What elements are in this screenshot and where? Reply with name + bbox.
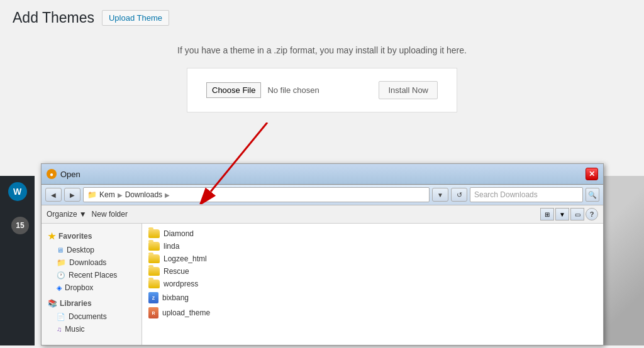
file-name-linda: linda	[164, 242, 179, 251]
no-file-text: No file chosen	[267, 85, 372, 95]
back-button[interactable]: ◀	[45, 188, 62, 202]
file-row-wordpress[interactable]: wordpress	[146, 278, 599, 290]
folder-icon-linda	[148, 242, 160, 251]
page-title: Add Themes	[13, 9, 94, 26]
file-dialog: ● Open ✕ ◀ ▶ 📁 Kem ▶ Downloads ▶ ▼ ↺ Sea…	[41, 163, 604, 345]
sidebar-desktop-label: Desktop	[67, 246, 94, 254]
view-list-button[interactable]: ▼	[555, 208, 569, 220]
page-header: Add Themes Upload Theme	[13, 9, 631, 26]
file-row-logzee[interactable]: Logzee_html	[146, 253, 599, 265]
file-name-diamond: Diamond	[164, 229, 194, 238]
file-row-linda[interactable]: linda	[146, 240, 599, 253]
new-folder-button[interactable]: New folder	[92, 210, 128, 219]
help-button[interactable]: ?	[586, 208, 598, 220]
sidebar-music-label: Music	[65, 325, 84, 334]
file-name-upload-theme: upload_theme	[162, 308, 210, 317]
dialog-toolbar: ◀ ▶ 📁 Kem ▶ Downloads ▶ ▼ ↺ Search Downl…	[42, 185, 603, 205]
favorites-label: Favorites	[58, 232, 92, 241]
music-icon: ♫	[57, 325, 62, 333]
notification-badge: 15	[11, 217, 29, 234]
documents-icon: 📄	[57, 313, 65, 321]
recent-icon: 🕐	[57, 271, 65, 280]
install-now-button[interactable]: Install Now	[379, 81, 438, 99]
file-name-wordpress: wordpress	[164, 280, 198, 288]
forward-button[interactable]: ▶	[64, 188, 80, 202]
dialog-app-icon: ●	[47, 169, 57, 179]
img-icon-upload-theme: R	[148, 307, 158, 318]
upload-description: If you have a theme in a .zip format, yo…	[13, 45, 631, 55]
choose-file-button[interactable]: Choose File	[206, 82, 261, 98]
dialog-titlebar: ● Open ✕	[42, 164, 603, 185]
dialog-content: ★ Favorites 🖥 Desktop 📁 Downloads 🕐 Rece…	[42, 224, 603, 345]
file-name-rescue: Rescue	[164, 267, 189, 276]
sidebar-item-recent[interactable]: 🕐 Recent Places	[44, 269, 139, 281]
favorites-header: ★ Favorites	[44, 229, 139, 244]
sidebar-recent-label: Recent Places	[69, 271, 117, 280]
upload-theme-button[interactable]: Upload Theme	[102, 10, 169, 26]
libraries-section: 📚 Libraries 📄 Documents ♫ Music	[44, 296, 139, 335]
browser-preview-inner	[601, 176, 644, 345]
file-row-diamond[interactable]: Diamond	[146, 227, 599, 240]
dialog-sidebar: ★ Favorites 🖥 Desktop 📁 Downloads 🕐 Rece…	[42, 224, 142, 345]
sidebar-item-desktop[interactable]: 🖥 Desktop	[44, 244, 139, 256]
breadcrumb-folder-icon: 📁	[87, 190, 97, 199]
file-row-bixbang[interactable]: Z bixbang	[146, 290, 599, 305]
wp-logo: W	[8, 182, 27, 201]
file-name-bixbang: bixbang	[162, 293, 189, 302]
file-name-logzee: Logzee_html	[164, 254, 207, 263]
dropbox-icon: ◈	[57, 284, 62, 292]
search-bar: Search Downloads	[470, 187, 583, 202]
star-icon: ★	[48, 231, 56, 241]
view-grid-button[interactable]: ⊞	[540, 208, 554, 220]
sidebar-downloads-label: Downloads	[69, 258, 106, 267]
breadcrumb-folder: Downloads	[125, 190, 162, 199]
wp-page: Add Themes Upload Theme If you have a th…	[0, 0, 644, 122]
sidebar-item-downloads[interactable]: 📁 Downloads	[44, 256, 139, 269]
breadcrumb-separator: ▶	[118, 192, 123, 198]
refresh-button[interactable]: ↺	[451, 188, 467, 202]
desktop-icon: 🖥	[57, 246, 64, 254]
dialog-title-text: Open	[60, 170, 80, 179]
sidebar-item-music[interactable]: ♫ Music	[44, 323, 139, 335]
action-toolbar: Organize ▼ New folder ⊞ ▼ ▭ ?	[42, 205, 603, 224]
browser-preview	[600, 176, 644, 345]
sidebar-item-documents[interactable]: 📄 Documents	[44, 310, 139, 323]
dropdown-button[interactable]: ▼	[432, 188, 448, 202]
libraries-label: Libraries	[60, 299, 92, 308]
libraries-header: 📚 Libraries	[44, 296, 139, 310]
sidebar-item-dropbox[interactable]: ◈ Dropbox	[44, 281, 139, 294]
upload-box: Choose File No file chosen Install Now	[187, 68, 457, 112]
folder-icon-logzee	[148, 254, 160, 263]
breadcrumb-end-arrow: ▶	[165, 192, 170, 198]
search-icon-button[interactable]: 🔍	[586, 188, 599, 202]
view-buttons: ⊞ ▼ ▭ ?	[540, 208, 598, 220]
search-placeholder-text: Search Downloads	[474, 190, 538, 199]
folder-icon-diamond	[148, 229, 160, 238]
breadcrumb-root: Kem	[99, 190, 115, 199]
folder-icon-rescue	[148, 267, 160, 276]
sidebar-dropbox-label: Dropbox	[65, 283, 93, 292]
file-row-upload-theme[interactable]: R upload_theme	[146, 305, 599, 320]
zip-icon-bixbang: Z	[148, 292, 158, 303]
breadcrumb-bar: 📁 Kem ▶ Downloads ▶	[83, 187, 430, 202]
dialog-files: Diamond linda Logzee_html Rescue wordpre…	[142, 224, 603, 345]
preview-pane-button[interactable]: ▭	[570, 208, 584, 220]
dialog-title-left: ● Open	[47, 169, 80, 179]
organize-label: Organize	[47, 210, 77, 219]
organize-button[interactable]: Organize ▼	[47, 210, 87, 219]
downloads-folder-icon: 📁	[57, 258, 66, 267]
organize-arrow: ▼	[79, 210, 87, 219]
wp-sidebar: W	[0, 176, 35, 345]
libraries-folder-icon: 📚	[48, 299, 57, 308]
sidebar-documents-label: Documents	[69, 312, 107, 321]
file-row-rescue[interactable]: Rescue	[146, 265, 599, 278]
folder-icon-wordpress	[148, 280, 160, 288]
dialog-close-button[interactable]: ✕	[586, 168, 598, 180]
